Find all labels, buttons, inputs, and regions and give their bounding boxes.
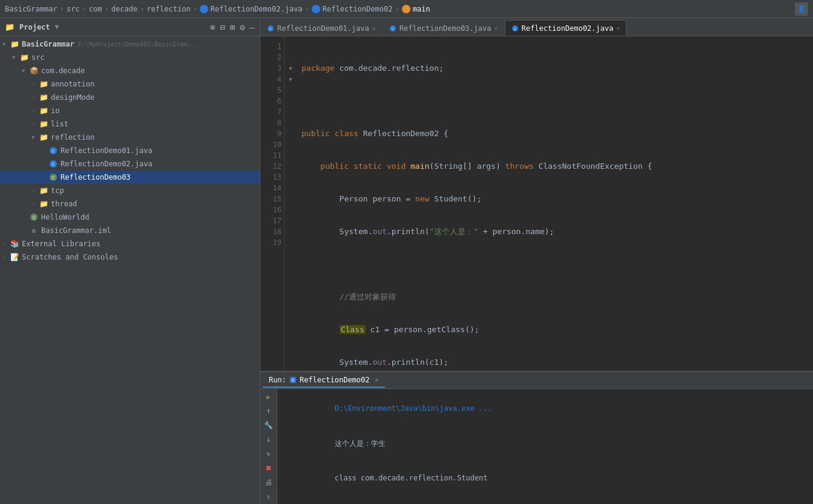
sidebar-header: 📁 Project ▼ ⊕ ⊟ ⊞ ⚙ — [0,18,260,36]
breadcrumb-method[interactable]: main [413,5,430,13]
tree-item-basicgrammar[interactable]: ▼ 📁 BasicGrammar E:\MyProject\Demo001\Ba… [0,38,260,51]
arrow-1 [285,41,297,52]
tree-item-com-decade[interactable]: ▼ 📦 com.decade [0,64,260,77]
folder-icon: 📁 [5,22,15,31]
bottom-tabs: Run: R ReflectionDemo02 ✕ [260,372,813,389]
tree-item-helloworldd[interactable]: C HelloWorldd [0,211,260,224]
breadcrumb-com[interactable]: com [89,5,102,13]
code-editor-main[interactable]: 1 2 3 4 5 6 7 8 9 10 11 12 13 14 15 16 1… [260,36,813,371]
console-output[interactable]: D:\Environment\Java\bin\java.exe ... 这个人… [277,389,813,504]
tree-label-thread: thread [51,200,77,208]
tree-item-reflectiondemo03[interactable]: C ReflectionDemo03 [0,171,260,184]
code-content[interactable]: package com.decade.reflection; public cl… [297,36,813,371]
arrow-6 [285,96,297,106]
svg-text:C: C [51,175,54,180]
tree-item-src[interactable]: ▼ 📁 src [0,51,260,64]
print-icon[interactable]: 🖨 [263,477,275,488]
project-dropdown-arrow[interactable]: ▼ [55,23,59,31]
iml-icon: ⚙ [29,226,39,235]
breadcrumb-basicgrammar[interactable]: BasicGrammar [5,5,58,13]
tree-item-scratches[interactable]: › 📝 Scratches and Consoles [0,250,260,264]
breadcrumb-decade[interactable]: decade [111,5,137,13]
run-tab-close[interactable]: ✕ [375,376,379,383]
tree-arrow: ▼ [31,134,39,140]
rerun-icon[interactable]: ↻ [263,448,275,459]
tree-arrow: › [31,108,39,114]
tree-item-io[interactable]: › 📁 io [0,104,260,117]
expand-down-icon[interactable]: ⇕ [263,491,275,502]
package-icon: 📦 [29,66,39,76]
breadcrumb-reflection[interactable]: reflection [146,5,190,13]
tree-arrow: ▼ [2,41,10,47]
tree-label-iml: BasicGrammar.iml [41,226,111,235]
tab3-close[interactable]: ✕ [616,25,620,31]
stop-icon[interactable]: ■ [263,463,275,474]
arrow-7 [285,106,297,117]
close-icon[interactable]: — [250,22,255,32]
wrench-icon[interactable]: 🔧 [263,420,275,431]
run-tab-icon: R [289,376,297,384]
tab-icon3: C [512,25,519,32]
bottom-left-tools: ▶ ↑ 🔧 ↓ ↻ ■ 🖨 ⇕ [260,389,277,504]
arrow-4[interactable]: ▼ [285,74,297,85]
src-folder-icon: 📁 [19,53,29,62]
svg-text:C: C [51,162,54,166]
console-class-student: class com.decade.reflection.Student [335,474,488,482]
bottom-content: ▶ ↑ 🔧 ↓ ↻ ■ 🖨 ⇕ D:\Environment\Java\bin\… [260,389,813,504]
tree-item-annotation[interactable]: › 📁 annotation [0,77,260,91]
java-file-icon: C [48,146,58,155]
tree-item-reflectiondemo01[interactable]: C ReflectionDemo01.java [0,144,260,157]
tab-reflectiondemo01[interactable]: C ReflectionDemo01.java ✕ [260,20,383,36]
tabs-bar: C ReflectionDemo01.java ✕ C ReflectionDe… [260,18,813,36]
scroll-down-button[interactable]: ↓ [263,434,275,445]
tree-item-reflection[interactable]: ▼ 📁 reflection [0,131,260,144]
tree-label-helloworldd: HelloWorldd [41,213,89,221]
console-line-4: 460141958 [282,496,808,504]
collapse-icon[interactable]: ⊟ [220,22,225,32]
run-tab[interactable]: Run: R ReflectionDemo02 ✕ [263,373,385,388]
svg-text:C: C [513,27,516,31]
arrow-9 [285,128,297,139]
editor-area: C ReflectionDemo01.java ✕ C ReflectionDe… [260,18,813,504]
run-button[interactable]: ▶ [263,391,275,402]
user-avatar[interactable]: 👤 [795,2,808,16]
top-bar: BasicGrammar › src › com › decade › refl… [0,0,813,18]
tree-label-external-libs: External Libraries [22,240,100,248]
arrow-3[interactable]: ▼ [285,63,297,74]
tree-label-reflection: reflection [51,133,94,142]
locate-icon[interactable]: ⊕ [210,22,215,32]
code-line-9: Class c1 = person.getClass(); [301,324,808,335]
arrow-18 [285,226,297,237]
settings-icon[interactable]: ⚙ [240,22,245,32]
tab1-close[interactable]: ✕ [372,25,376,31]
expand-icon[interactable]: ⊞ [230,22,235,32]
console-line-1: D:\Environment\Java\bin\java.exe ... [282,391,808,427]
run-tab-label: Run: [269,376,286,384]
tree-item-list[interactable]: › 📁 list [0,117,260,131]
tree-item-reflectiondemo02[interactable]: C ReflectionDemo02.java [0,157,260,171]
tree-item-external-libs[interactable]: › 📚 External Libraries [0,237,260,250]
tree-label-list: list [51,120,68,128]
project-folder-icon: 📁 [10,39,19,49]
tab-reflectiondemo02[interactable]: C ReflectionDemo02.java ✕ [505,20,627,36]
tab2-close[interactable]: ✕ [494,25,498,31]
arrow-16 [285,205,297,215]
tree-label-com-decade: com.decade [41,67,85,75]
scroll-up-button[interactable]: ↑ [263,406,275,417]
package-icon: 📁 [39,119,48,129]
tab-reflectiondemo03[interactable]: C ReflectionDemo03.java ✕ [383,20,505,36]
arrow-14 [285,183,297,194]
breadcrumb-file[interactable]: ReflectionDemo02.java [211,5,303,13]
tree-item-tcp[interactable]: › 📁 tcp [0,184,260,197]
tree-label-demo03: ReflectionDemo03 [61,173,131,182]
run-tab-name: ReflectionDemo02 [300,376,370,384]
breadcrumb-class[interactable]: ReflectionDemo02 [323,5,393,13]
code-line-2 [301,96,808,106]
svg-text:C: C [51,149,54,153]
breadcrumb-src[interactable]: src [67,5,80,13]
tree-label-src: src [31,53,45,62]
tree-item-designmode[interactable]: › 📁 designMode [0,91,260,104]
tree-item-iml[interactable]: ⚙ BasicGrammar.iml [0,224,260,237]
tree-item-thread[interactable]: › 📁 thread [0,197,260,211]
tree-label: BasicGrammar [22,40,74,48]
